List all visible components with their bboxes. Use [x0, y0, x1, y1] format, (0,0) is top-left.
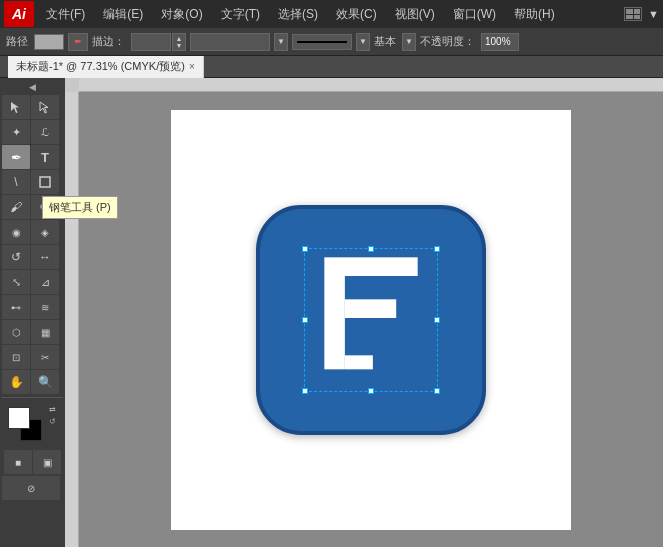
width-tool[interactable]: ⊷: [2, 295, 30, 319]
blob-brush-tool[interactable]: ◉: [2, 220, 30, 244]
stroke-style-select[interactable]: [190, 33, 270, 51]
tool-row-scale: ⤡ ⊿: [2, 270, 63, 294]
handle-br[interactable]: [434, 388, 440, 394]
svg-rect-0: [40, 177, 50, 187]
svg-rect-5: [345, 355, 373, 369]
menu-edit[interactable]: 编辑(E): [95, 4, 151, 25]
canvas-area[interactable]: [79, 92, 663, 547]
zoom-tool[interactable]: 🔍: [31, 370, 59, 394]
menu-window[interactable]: 窗口(W): [445, 4, 504, 25]
tool-row-width: ⊷ ≋: [2, 295, 63, 319]
stroke-line-dropdown[interactable]: ▼: [356, 33, 370, 51]
handle-bl[interactable]: [302, 388, 308, 394]
canvas-body: [65, 92, 663, 547]
none-button-row: ⊘: [2, 476, 63, 500]
base-label: 基本: [374, 34, 396, 49]
lasso-tool[interactable]: ℒ: [31, 120, 59, 144]
select-tool[interactable]: [2, 95, 30, 119]
tab-close-button[interactable]: ×: [189, 61, 195, 72]
menu-items: 文件(F) 编辑(E) 对象(O) 文字(T) 选择(S) 效果(C) 视图(V…: [38, 4, 563, 25]
pen-tool[interactable]: ✒: [2, 145, 30, 169]
options-toolbar: 路径 ✒ 描边： ▲ ▼ ▼ ▼ 基本 ▼ 不透明度： 100%: [0, 28, 663, 56]
pencil-tool[interactable]: ✏: [31, 195, 59, 219]
foreground-color[interactable]: [8, 407, 30, 429]
stroke-spinbox[interactable]: ▲ ▼: [172, 33, 186, 51]
tab-title: 未标题-1* @ 77.31% (CMYK/预览): [16, 59, 185, 74]
paintbrush-tool[interactable]: 🖌: [2, 195, 30, 219]
blend-tool[interactable]: ⬡: [2, 320, 30, 344]
tool-row-rotate: ↺ ↔: [2, 245, 63, 269]
stroke-line-preview[interactable]: [292, 34, 352, 50]
base-dropdown[interactable]: ▼: [402, 33, 416, 51]
toolbox-divider: [2, 397, 63, 398]
stroke-type-button[interactable]: ✒: [68, 33, 88, 51]
artboard-tool[interactable]: ⊡: [2, 345, 30, 369]
menubar: Ai 文件(F) 编辑(E) 对象(O) 文字(T) 选择(S) 效果(C) 视…: [0, 0, 663, 28]
tool-row-artboard: ⊡ ✂: [2, 345, 63, 369]
document-tab[interactable]: 未标题-1* @ 77.31% (CMYK/预览) ×: [8, 56, 204, 78]
opacity-input[interactable]: 100%: [481, 33, 519, 51]
shear-tool[interactable]: ⊿: [31, 270, 59, 294]
workspace-selector[interactable]: [624, 7, 642, 21]
eraser-tool[interactable]: ◈: [31, 220, 59, 244]
f-letter: [306, 248, 436, 391]
tool-row-wand: ✦ ℒ: [2, 120, 63, 144]
line-tool[interactable]: \: [2, 170, 30, 194]
menu-type[interactable]: 文字(T): [213, 4, 268, 25]
type-tool[interactable]: T: [31, 145, 59, 169]
path-label: 路径: [6, 34, 28, 49]
stroke-width-input[interactable]: [131, 33, 171, 51]
hand-tool[interactable]: ✋: [2, 370, 30, 394]
main-area: ◀ ✦ ℒ ✒ T \ 🖌: [0, 78, 663, 547]
reset-colors-icon[interactable]: ↺: [49, 417, 59, 427]
rotate-tool[interactable]: ↺: [2, 245, 30, 269]
opacity-label: 不透明度：: [420, 34, 475, 49]
gradient-button[interactable]: ▣: [33, 450, 61, 474]
tool-row-blend: ⬡ ▦: [2, 320, 63, 344]
stroke-style-dropdown[interactable]: ▼: [274, 33, 288, 51]
fill-color-box[interactable]: [34, 34, 64, 50]
menu-file[interactable]: 文件(F): [38, 4, 93, 25]
canvas-wrapper: [65, 78, 663, 547]
svg-rect-3: [345, 299, 396, 318]
handle-bm[interactable]: [368, 388, 374, 394]
tool-row-select: [2, 95, 63, 119]
tool-row-line: \: [2, 170, 63, 194]
magic-wand-tool[interactable]: ✦: [2, 120, 30, 144]
shape-tool[interactable]: [31, 170, 59, 194]
toolbox-collapse[interactable]: ◀: [2, 82, 63, 92]
color-button[interactable]: ■: [4, 450, 32, 474]
stroke-controls: ▲ ▼: [131, 33, 186, 51]
menu-view[interactable]: 视图(V): [387, 4, 443, 25]
menu-help[interactable]: 帮助(H): [506, 4, 563, 25]
tool-row-pen: ✒ T: [2, 145, 63, 169]
reflect-tool[interactable]: ↔: [31, 245, 59, 269]
scale-tool[interactable]: ⤡: [2, 270, 30, 294]
toolbox: ◀ ✦ ℒ ✒ T \ 🖌: [0, 78, 65, 547]
menu-object[interactable]: 对象(O): [153, 4, 210, 25]
tabbar: 未标题-1* @ 77.31% (CMYK/预览) ×: [0, 56, 663, 78]
warp-tool[interactable]: ≋: [31, 295, 59, 319]
none-button[interactable]: ⊘: [2, 476, 60, 500]
menu-effect[interactable]: 效果(C): [328, 4, 385, 25]
vertical-ruler: [65, 92, 79, 547]
icon-design: [256, 205, 486, 435]
svg-rect-1: [324, 257, 417, 276]
stroke-label: 描边：: [92, 34, 125, 49]
horizontal-ruler: [79, 78, 663, 92]
slice-tool[interactable]: ✂: [31, 345, 59, 369]
svg-rect-4: [324, 318, 345, 369]
color-mode-row: ■ ▣: [2, 450, 63, 474]
menu-select[interactable]: 选择(S): [270, 4, 326, 25]
tool-row-hand: ✋ 🔍: [2, 370, 63, 394]
color-swatch-area: ↺ ⇄: [4, 403, 61, 447]
column-graph-tool[interactable]: ▦: [31, 320, 59, 344]
tool-row-eraser: ◉ ◈: [2, 220, 63, 244]
canvas-background: [171, 110, 571, 530]
svg-rect-2: [324, 276, 345, 318]
swap-colors-icon[interactable]: ⇄: [49, 405, 59, 413]
tool-row-brush: 🖌 ✏: [2, 195, 63, 219]
expand-icon: ▼: [648, 8, 659, 20]
direct-select-tool[interactable]: [31, 95, 59, 119]
app-logo: Ai: [4, 1, 34, 27]
